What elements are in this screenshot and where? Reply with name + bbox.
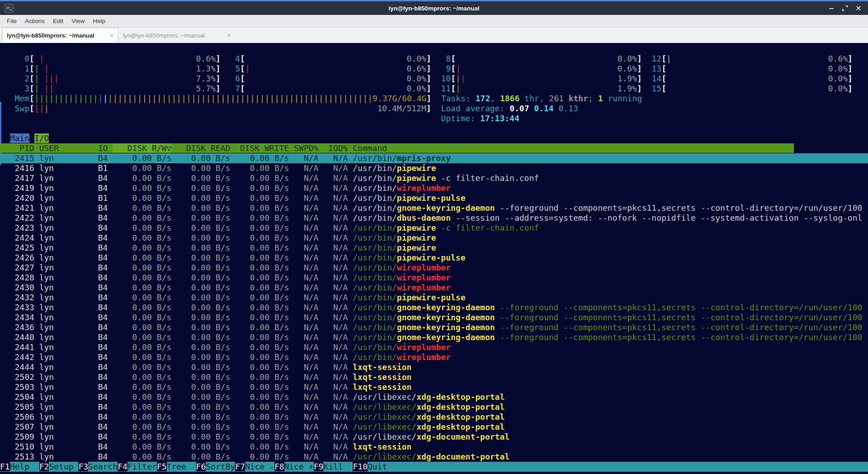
fkey-label-f10[interactable]: Quit — [368, 462, 397, 471]
fkey-f7[interactable]: F7 — [235, 462, 245, 471]
process-row-2420[interactable]: 2420 lyn B1 0.00 B/s 0.00 B/s 0.00 B/s N… — [0, 193, 868, 203]
process-row-2421[interactable]: 2421 lyn B4 0.00 B/s 0.00 B/s 0.00 B/s N… — [0, 203, 868, 213]
cpu-meter-row-1: 1[| | 1.3%] 5[| 0.6%] 9[| 0.6%] 13[ 0.0%… — [0, 64, 868, 74]
process-row-2505[interactable]: 2505 lyn B4 0.00 B/s 0.00 B/s 0.00 B/s N… — [0, 402, 868, 412]
restore-button[interactable] — [841, 4, 849, 12]
process-row-2430[interactable]: 2430 lyn B4 0.00 B/s 0.00 B/s 0.00 B/s N… — [0, 283, 868, 293]
fkey-label-f2[interactable]: Setup — [49, 462, 78, 471]
process-row-2422[interactable]: 2422 lyn B4 0.00 B/s 0.00 B/s 0.00 B/s N… — [0, 213, 868, 223]
terminal-window: >_ lyn@lyn-b850mprors: ~/manual FileActi… — [0, 0, 868, 474]
fkey-f3[interactable]: F3 — [78, 462, 88, 471]
process-row-2434[interactable]: 2434 lyn B4 0.00 B/s 0.00 B/s 0.00 B/s N… — [0, 313, 868, 322]
process-row-2416[interactable]: 2416 lyn B1 0.00 B/s 0.00 B/s 0.00 B/s N… — [0, 163, 868, 173]
cpu-meter-row-2: 2[| ||| 7.3%] 6[ 0.0%] 10[|| 1.9%] 14[ 0… — [0, 74, 868, 84]
menu-view[interactable]: View — [67, 18, 89, 24]
fkey-label-f1[interactable]: Help — [10, 462, 39, 471]
tab-title: lyn@lyn-b850mprors: ~/manual — [123, 32, 223, 39]
fkey-f5[interactable]: F5 — [157, 462, 167, 471]
screen-tab-main[interactable]: Main — [10, 133, 29, 143]
process-row-2502[interactable]: 2502 lyn B4 0.00 B/s 0.00 B/s 0.00 B/s N… — [0, 372, 868, 382]
process-row-2419[interactable]: 2419 lyn B4 0.00 B/s 0.00 B/s 0.00 B/s N… — [0, 183, 868, 193]
fkey-label-f8[interactable]: Nice + — [284, 462, 314, 471]
menu-help[interactable]: Help — [89, 18, 109, 24]
process-row-2423[interactable]: 2423 lyn B4 0.00 B/s 0.00 B/s 0.00 B/s N… — [0, 223, 868, 233]
process-row-2415[interactable]: 2415 lyn B4 0.00 B/s 0.00 B/s 0.00 B/s N… — [0, 153, 868, 163]
close-icon — [855, 5, 862, 11]
fkey-f9[interactable]: F9 — [314, 462, 324, 471]
column-header-disk-rw-sort[interactable]: DISK R/W▽ — [113, 143, 171, 153]
process-row-2428[interactable]: 2428 lyn B4 0.00 B/s 0.00 B/s 0.00 B/s N… — [0, 273, 868, 283]
fkey-f2[interactable]: F2 — [39, 462, 49, 471]
process-row-2436[interactable]: 2436 lyn B4 0.00 B/s 0.00 B/s 0.00 B/s N… — [0, 322, 868, 332]
fkey-label-f9[interactable]: Kill — [323, 462, 353, 471]
fkey-label-f6[interactable]: SortBy — [206, 462, 235, 471]
cpu-meter-row-0: 0[ | 0.6%] 4[ 0.0%] 8[ 0.0%] 12[| 0.6%] — [0, 54, 868, 64]
tab-close-icon[interactable]: × — [110, 32, 113, 39]
screen-tab-io[interactable]: I/O — [34, 133, 49, 143]
menu-actions[interactable]: Actions — [21, 18, 49, 24]
process-row-2433[interactable]: 2433 lyn B4 0.00 B/s 0.00 B/s 0.00 B/s N… — [0, 303, 868, 313]
process-row-2510[interactable]: 2510 lyn B4 0.00 B/s 0.00 B/s 0.00 B/s N… — [0, 442, 868, 452]
terminal-tab-1[interactable]: lyn@lyn-b850mprors: ~/manual × — [2, 28, 118, 43]
process-row-2442[interactable]: 2442 lyn B4 0.00 B/s 0.00 B/s 0.00 B/s N… — [0, 352, 868, 362]
terminal-screen: 0[ | 0.6%] 4[ 0.0%] 8[ 0.0%] 12[| 0.6%] … — [0, 43, 868, 474]
memory-meter-row: Mem[||||||||||||||||||||||||||||||||||||… — [0, 94, 868, 104]
menu-edit[interactable]: Edit — [49, 18, 67, 24]
fkey-f4[interactable]: F4 — [118, 462, 127, 471]
process-row-2506[interactable]: 2506 lyn B4 0.00 B/s 0.00 B/s 0.00 B/s N… — [0, 412, 868, 422]
cpu-meter-row-3: 3[| || 5.7%] 7[ 0.0%] 11[| 1.9%] 15[ 0.0… — [0, 84, 868, 94]
restore-icon — [842, 5, 848, 11]
fkey-label-f4[interactable]: Filter — [127, 462, 157, 471]
titlebar[interactable]: >_ lyn@lyn-b850mprors: ~/manual — [0, 1, 868, 15]
terminal-app-icon: >_ — [5, 4, 14, 13]
fkey-label-f7[interactable]: Nice - — [245, 462, 274, 471]
process-row-2513[interactable]: 2513 lyn B4 0.00 B/s 0.00 B/s 0.00 B/s N… — [0, 452, 868, 462]
fkey-f10[interactable]: F10 — [353, 462, 368, 471]
process-row-2425[interactable]: 2425 lyn B4 0.00 B/s 0.00 B/s 0.00 B/s N… — [0, 243, 868, 253]
table-header-row[interactable]: PID USER IO DISK R/W▽ DISK READ DISK WRI… — [0, 143, 868, 153]
process-row-2509[interactable]: 2509 lyn B4 0.00 B/s 0.00 B/s 0.00 B/s N… — [0, 432, 868, 442]
terminal-tab-2[interactable]: lyn@lyn-b850mprors: ~/manual × — [118, 28, 235, 43]
process-row-2417[interactable]: 2417 lyn B4 0.00 B/s 0.00 B/s 0.00 B/s N… — [0, 173, 868, 183]
process-row-2441[interactable]: 2441 lyn B4 0.00 B/s 0.00 B/s 0.00 B/s N… — [0, 342, 868, 352]
process-row-2432[interactable]: 2432 lyn B4 0.00 B/s 0.00 B/s 0.00 B/s N… — [0, 293, 868, 303]
process-row-2424[interactable]: 2424 lyn B4 0.00 B/s 0.00 B/s 0.00 B/s N… — [0, 233, 868, 243]
tabbar: lyn@lyn-b850mprors: ~/manual × lyn@lyn-b… — [0, 28, 868, 43]
fkey-f8[interactable]: F8 — [274, 462, 284, 471]
window-buttons — [827, 4, 863, 12]
htop-screen-tabs: Main I/O — [0, 133, 868, 143]
fkey-label-f3[interactable]: Search — [88, 462, 118, 471]
process-row-2440[interactable]: 2440 lyn B4 0.00 B/s 0.00 B/s 0.00 B/s N… — [0, 332, 868, 342]
process-row-2507[interactable]: 2507 lyn B4 0.00 B/s 0.00 B/s 0.00 B/s N… — [0, 422, 868, 432]
menu-file[interactable]: File — [3, 18, 21, 24]
process-row-2504[interactable]: 2504 lyn B4 0.00 B/s 0.00 B/s 0.00 B/s N… — [0, 392, 868, 402]
process-row-2444[interactable]: 2444 lyn B4 0.00 B/s 0.00 B/s 0.00 B/s N… — [0, 362, 868, 372]
process-row-2427[interactable]: 2427 lyn B4 0.00 B/s 0.00 B/s 0.00 B/s N… — [0, 263, 868, 273]
fkey-f6[interactable]: F6 — [196, 462, 206, 471]
fkey-label-f5[interactable]: Tree — [167, 462, 196, 471]
fkey-f1[interactable]: F1 — [0, 462, 10, 471]
process-row-2503[interactable]: 2503 lyn B4 0.00 B/s 0.00 B/s 0.00 B/s N… — [0, 382, 868, 392]
window-title: lyn@lyn-b850mprors: ~/manual — [0, 5, 868, 12]
swap-meter-row: Swp[||| 10.4M/512M] Load average: 0.07 0… — [0, 104, 868, 114]
close-button[interactable] — [854, 4, 863, 12]
tab-title: lyn@lyn-b850mprors: ~/manual — [7, 32, 106, 39]
uptime-row: Uptime: 17:13:44 — [0, 114, 868, 123]
function-key-bar[interactable]: F1Help F2Setup F3SearchF4FilterF5Tree F6… — [0, 462, 868, 472]
menubar: FileActionsEditViewHelp — [0, 15, 868, 28]
minimize-button[interactable] — [827, 4, 835, 12]
minimize-icon — [828, 5, 835, 11]
tab-close-icon[interactable]: × — [227, 32, 231, 39]
process-row-2426[interactable]: 2426 lyn B4 0.00 B/s 0.00 B/s 0.00 B/s N… — [0, 253, 868, 263]
